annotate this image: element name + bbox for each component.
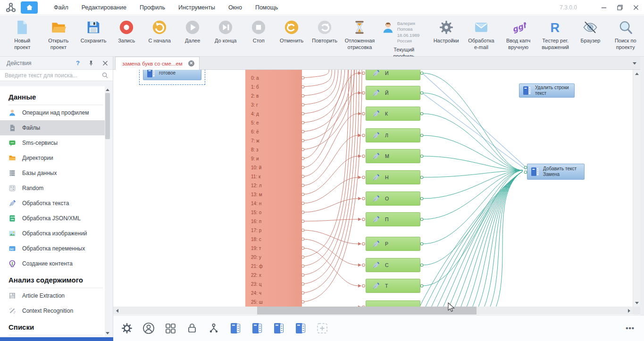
sidebar-item-database[interactable]: Базы данных [0,166,105,181]
toolbar-new-project-button[interactable]: Новый проект [8,20,37,51]
action-block-3[interactable]: Л [366,128,420,142]
toolbar-label: Запись [118,38,135,44]
sidebar-item-context[interactable]: Context Recognition [0,303,105,318]
scroll-down-icon[interactable] [633,300,641,306]
menu-help[interactable]: Помощь [249,0,284,15]
action-block-10[interactable]: Т [366,279,420,293]
project-canvas[interactable]: 0: а1: б2: в3: г4: д5: е6: ё7: ж8: з9: и… [113,70,633,307]
text-block-icon[interactable] [273,322,285,334]
sms-icon [8,139,16,147]
save-icon [86,20,101,35]
toolbar-email-button[interactable]: Обработка e-mail [466,20,497,51]
sidebar-item-sms[interactable]: Sms-сервисы [0,135,105,150]
sidebar-item-content[interactable]: Создание контента [0,256,105,271]
text-block-icon[interactable] [294,322,307,334]
scroll-up-icon[interactable] [105,87,110,92]
actions-scrollbar[interactable] [105,86,110,336]
sidebar-item-dice[interactable]: Random [0,181,105,196]
tab-list-caret-icon[interactable] [633,62,636,65]
toolbar-next-button[interactable]: Далее [179,20,206,44]
sidebar-item-profile-person[interactable]: Операции над профилем [0,105,105,120]
close-button[interactable] [628,0,644,15]
toolbar-redo-button[interactable]: Повторить [311,20,338,44]
horizontal-scrollbar[interactable] [113,307,633,315]
action-block-2[interactable]: К [366,107,420,121]
sidebar-item-json[interactable]: JSONXMLОбработка JSON/XML [0,211,105,226]
toolbar-restart-button[interactable]: С начала [146,20,173,44]
pin-icon[interactable] [88,60,94,66]
toolbar-record-button[interactable]: Запись [113,20,140,44]
horizontal-scroll-thumb[interactable] [257,307,477,315]
stop-icon [251,20,266,35]
profile-icon[interactable] [142,322,155,334]
more-button[interactable]: ••• [626,324,635,332]
home-button[interactable] [21,1,38,14]
sidebar-item-pen[interactable]: Обработка текста [0,196,105,211]
delete-lines-block[interactable]: Удалить строки текст [519,83,575,98]
tab-project[interactable]: замена букв со сме...ем ✕ [115,57,200,70]
action-block-1[interactable]: Й [366,86,420,100]
lock-icon[interactable] [186,322,198,334]
close-panel-icon[interactable] [102,60,108,66]
minimize-button[interactable] [596,0,612,15]
text-list-block[interactable]: 0: а1: б2: в3: г4: д5: е6: ё7: ж8: з9: и… [245,70,302,307]
toolbar-browser-button[interactable]: Браузер [577,20,603,44]
scroll-left-icon[interactable] [113,307,121,315]
action-block-8[interactable]: Р [366,237,420,251]
help-icon[interactable]: ? [76,59,80,67]
toolbar-to-end-button[interactable]: До конца [212,20,239,44]
toolbar-captcha-button[interactable]: ggNВвод капч вручную [503,20,534,51]
toolbar-current-profile-button[interactable]: Валерия Попова18.06.1989РоссияТекущий пр… [382,20,427,60]
toolbar-label: Отложенная отрисовка [344,38,375,51]
add-text-block[interactable]: Добавить текстЗамена [527,164,585,180]
toolbar-settings-button[interactable]: Настройки [433,20,460,44]
action-block-7[interactable]: П [366,212,420,226]
list-item: 23: ц [251,282,261,287]
sidebar-item-label: Директории [22,155,53,161]
list-item: 22: х [251,273,261,278]
logic-branch-icon[interactable] [208,322,220,334]
sidebar-section-title: Анализ содержимого [8,276,103,288]
sidebar-item-file[interactable]: Файлы [0,120,105,135]
scroll-thumb[interactable] [105,93,110,139]
action-block-0[interactable]: И [366,70,420,80]
scroll-right-icon[interactable] [625,307,633,315]
project-search-icon [618,20,633,35]
toolbar-regex-tester-button[interactable]: RТестер рег. выражений [540,20,571,51]
text-block-icon[interactable] [251,322,263,334]
action-block-4[interactable]: М [366,149,420,163]
menu-tools[interactable]: Инструменты [172,0,222,15]
toolbar-undo-button[interactable]: Отменить [278,20,305,44]
menu-editing[interactable]: Редактирование [75,0,133,15]
search-input[interactable] [5,72,102,79]
context-icon [8,307,16,315]
sidebar-item-image[interactable]: Обработка изображений [0,226,105,241]
tab-close-icon[interactable]: ✕ [188,60,194,67]
restore-button[interactable] [612,0,628,15]
vertical-scrollbar[interactable] [633,70,640,307]
scroll-down-icon[interactable] [105,330,110,336]
action-block-9[interactable]: С [366,258,420,272]
menu-file[interactable]: Файл [47,0,75,15]
toolbar-stop-button[interactable]: Стоп [245,20,272,44]
sidebar-item-variable[interactable]: (x)Обработка переменных [0,241,105,256]
toolbar-save-button[interactable]: Сохранить [80,20,107,44]
sidebar-item-folder[interactable]: Директории [0,150,105,166]
text-block-icon[interactable] [229,322,242,334]
scroll-up-icon[interactable] [633,71,641,76]
action-block-5[interactable]: Н [366,170,420,184]
add-block-icon[interactable] [316,322,328,334]
menu-profile[interactable]: Профиль [133,0,172,15]
sidebar-item-article[interactable]: Article Extraction [0,288,105,303]
project-settings-icon[interactable] [121,322,133,334]
list-item: 10: й [251,165,261,170]
action-block-partial[interactable] [366,300,420,307]
toolbar-project-search-button[interactable]: Поиск по проекту [610,20,641,51]
blocks-grid-icon[interactable] [164,322,176,334]
menu-window[interactable]: Окно [222,0,249,15]
actions-panel: Действия ? ДанныеОперации над профилемФа… [0,57,113,341]
action-block-6[interactable]: О [366,191,420,206]
toolbar-deferred-render-button[interactable]: Отложенная отрисовка [344,20,375,51]
ready-block[interactable]: готовое [143,70,201,80]
toolbar-open-project-button[interactable]: Открыть проект [43,20,74,51]
